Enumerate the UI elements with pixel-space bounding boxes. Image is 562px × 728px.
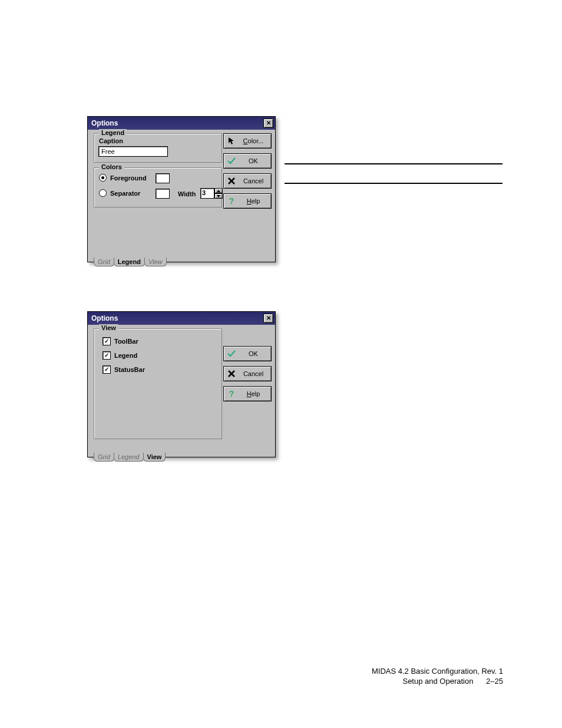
- legend-group-title: Legend: [99, 129, 127, 136]
- ok-button[interactable]: OK: [223, 346, 272, 361]
- tab-view[interactable]: View: [144, 258, 167, 266]
- button-column: OK Cancel ? Help: [223, 346, 272, 401]
- statusbar-checkbox[interactable]: ✓ StatusBar: [103, 365, 145, 374]
- page-footer: MIDAS 4.2 Basic Configuration, Rev. 1 Se…: [372, 666, 503, 687]
- cancel-button[interactable]: Cancel: [223, 173, 272, 189]
- spinner-up-button[interactable]: [214, 188, 223, 193]
- toolbar-checkbox-label: ToolBar: [114, 338, 138, 345]
- toolbar-checkbox[interactable]: ✓ ToolBar: [103, 337, 138, 345]
- tab-view[interactable]: View: [143, 453, 166, 462]
- x-icon: [227, 370, 236, 377]
- svg-marker-1: [217, 195, 220, 197]
- caption-input[interactable]: [98, 146, 168, 157]
- tab-grid[interactable]: Grid: [94, 258, 114, 266]
- checkbox-icon: ✓: [103, 365, 111, 374]
- question-icon: ?: [227, 196, 236, 206]
- page: Options ✕ Legend Caption Colors Foregrou…: [0, 0, 562, 728]
- cancel-button-label: Cancel: [239, 177, 267, 185]
- pointer-icon: [227, 137, 236, 145]
- separator-color-swatch[interactable]: [156, 189, 170, 199]
- help-button-rest: elp: [252, 390, 260, 397]
- foreground-radio[interactable]: Foreground: [99, 174, 147, 182]
- tab-strip: Grid Legend View: [94, 258, 166, 266]
- footer-page-number: 2–25: [486, 677, 503, 686]
- footer-line-2: Setup and Operation 2–25: [372, 676, 503, 687]
- svg-marker-0: [217, 190, 220, 192]
- options-dialog-legend: Options ✕ Legend Caption Colors Foregrou…: [87, 116, 276, 262]
- cancel-button-label: Cancel: [239, 370, 267, 377]
- button-column: Color... OK Cancel ? Help: [223, 133, 272, 209]
- tab-strip: Grid Legend View: [94, 453, 165, 462]
- legend-checkbox[interactable]: ✓ Legend: [103, 351, 137, 360]
- colors-group: Colors Foreground Separator Width 3: [94, 167, 222, 207]
- footer-line-1: MIDAS 4.2 Basic Configuration, Rev. 1: [372, 666, 503, 677]
- close-icon: ✕: [266, 120, 271, 126]
- title-bar: Options ✕: [88, 117, 275, 130]
- close-icon: ✕: [266, 315, 271, 321]
- dialog-title: Options: [91, 119, 118, 127]
- dialog-client: View ✓ ToolBar ✓ Legend ✓ StatusBar: [88, 325, 275, 464]
- foreground-color-swatch[interactable]: [156, 173, 170, 183]
- tab-legend[interactable]: Legend: [114, 258, 145, 266]
- help-button-rest: elp: [252, 197, 260, 205]
- checkbox-icon: ✓: [103, 351, 111, 360]
- svg-marker-2: [229, 137, 234, 144]
- tab-grid[interactable]: Grid: [94, 453, 114, 462]
- ok-button[interactable]: OK: [223, 153, 272, 169]
- legend-checkbox-label: Legend: [114, 352, 137, 359]
- radio-icon: [99, 174, 107, 182]
- foreground-radio-label: Foreground: [110, 174, 147, 182]
- close-button[interactable]: ✕: [263, 118, 273, 128]
- options-dialog-view: Options ✕ View ✓ ToolBar ✓ Legend ✓ St: [87, 311, 276, 457]
- footer-section: Setup and Operation: [402, 677, 473, 686]
- question-icon: ?: [227, 389, 236, 398]
- view-group-title: View: [99, 324, 118, 331]
- help-button[interactable]: ? Help: [223, 386, 272, 401]
- cancel-button[interactable]: Cancel: [223, 366, 272, 381]
- ok-button-label: OK: [239, 350, 267, 357]
- statusbar-checkbox-label: StatusBar: [114, 366, 145, 373]
- colors-group-title: Colors: [99, 163, 124, 170]
- radio-icon: [99, 189, 107, 197]
- check-icon: [227, 350, 236, 357]
- tab-legend[interactable]: Legend: [114, 453, 144, 462]
- width-label: Width: [178, 190, 196, 197]
- divider-line: [285, 163, 503, 164]
- color-button[interactable]: Color...: [223, 133, 272, 149]
- checkbox-icon: ✓: [103, 337, 111, 345]
- check-icon: [227, 157, 236, 164]
- title-bar: Options ✕: [88, 312, 275, 325]
- ok-button-label: OK: [239, 157, 267, 164]
- width-value[interactable]: 3: [200, 188, 214, 199]
- width-spinner[interactable]: 3: [200, 188, 223, 199]
- legend-group: Legend Caption: [94, 133, 222, 163]
- separator-radio-label: Separator: [110, 190, 140, 197]
- divider-line: [285, 183, 503, 184]
- x-icon: [227, 177, 236, 185]
- color-button-rest: olor...: [248, 137, 264, 144]
- close-button[interactable]: ✕: [263, 314, 273, 323]
- separator-radio[interactable]: Separator: [99, 189, 140, 197]
- view-group: View ✓ ToolBar ✓ Legend ✓ StatusBar: [94, 328, 222, 439]
- help-button[interactable]: ? Help: [223, 193, 272, 209]
- dialog-title: Options: [91, 314, 118, 322]
- spinner-down-button[interactable]: [214, 193, 223, 199]
- dialog-client: Legend Caption Colors Foreground Separat…: [88, 130, 275, 269]
- caption-label: Caption: [99, 137, 123, 144]
